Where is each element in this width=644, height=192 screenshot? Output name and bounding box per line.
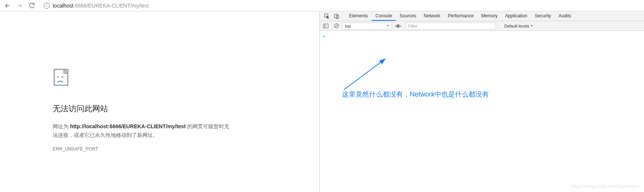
svg-rect-1 — [57, 76, 59, 78]
live-expression-icon[interactable] — [394, 24, 403, 28]
url-text: localhost:6666/EUREKA-CLIENT/my/test — [53, 3, 149, 9]
back-button[interactable] — [2, 1, 13, 11]
tab-memory[interactable]: Memory — [478, 11, 501, 21]
browser-toolbar: i localhost:6666/EUREKA-CLIENT/my/test — [0, 0, 644, 11]
main-area: 无法访问此网站 网址为 http://localhost:6666/EUREKA… — [0, 11, 644, 192]
devtools-tabbar: Elements Console Sources Network Perform… — [320, 11, 644, 21]
annotation-text: 这里竟然什么都没有，Network中也是什么都没有 — [342, 90, 489, 99]
inspect-icon[interactable] — [322, 11, 332, 21]
context-selector[interactable]: top▼ — [342, 23, 392, 29]
tab-audits[interactable]: Audits — [555, 11, 575, 21]
forward-button[interactable] — [14, 1, 25, 11]
page-content: 无法访问此网站 网址为 http://localhost:6666/EUREKA… — [0, 11, 319, 192]
log-levels-dropdown[interactable]: Default levels▼ — [504, 24, 533, 28]
tab-console[interactable]: Console — [372, 11, 396, 21]
site-info-icon[interactable]: i — [44, 3, 50, 9]
chevron-down-icon: ▼ — [530, 24, 533, 28]
tab-elements[interactable]: Elements — [345, 11, 372, 21]
clear-console-icon[interactable] — [332, 22, 341, 30]
tab-sources[interactable]: Sources — [396, 11, 420, 21]
tab-performance[interactable]: Performance — [444, 11, 478, 21]
svg-point-10 — [397, 25, 399, 27]
filter-input[interactable] — [406, 23, 496, 29]
svg-rect-4 — [334, 14, 337, 18]
console-toolbar: top▼ Default levels▼ — [320, 21, 644, 31]
console-prompt-icon: > — [323, 34, 325, 39]
svg-rect-2 — [62, 76, 63, 78]
address-bar[interactable]: i localhost:6666/EUREKA-CLIENT/my/test — [40, 1, 642, 10]
watermark: https://blog.csdn.net/SuperBins — [571, 183, 639, 189]
console-sidebar-icon[interactable] — [321, 22, 330, 30]
svg-line-9 — [335, 25, 338, 27]
sad-page-icon — [53, 68, 319, 87]
error-description: 网址为 http://localhost:6666/EUREKA-CLIENT/… — [53, 122, 230, 140]
error-title: 无法访问此网站 — [53, 103, 319, 114]
tab-security[interactable]: Security — [531, 11, 555, 21]
reload-button[interactable] — [26, 1, 37, 11]
console-body[interactable]: > — [320, 31, 644, 192]
tab-network[interactable]: Network — [420, 11, 444, 21]
tab-application[interactable]: Application — [501, 11, 531, 21]
devtools-panel: Elements Console Sources Network Perform… — [319, 11, 644, 192]
chevron-down-icon: ▼ — [386, 24, 389, 28]
error-code: ERR_UNSAFE_PORT — [53, 146, 319, 152]
device-toggle-icon[interactable] — [332, 11, 342, 21]
